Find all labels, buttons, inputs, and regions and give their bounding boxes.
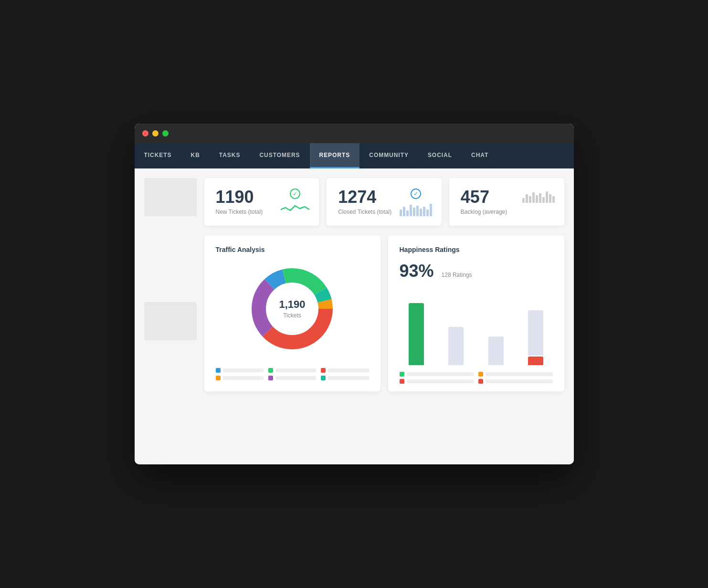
traffic-light-green[interactable]	[162, 130, 169, 136]
bg-bar-3	[529, 196, 531, 203]
happiness-percent: 93%	[400, 261, 434, 281]
main-content: 1190 New Tickets (total) ✓ 1274	[135, 168, 574, 464]
mini-bar-1	[400, 210, 402, 216]
bar-gray-1	[448, 327, 464, 365]
h-legend-yellow	[478, 372, 553, 377]
legend-line-3	[328, 368, 369, 372]
stats-row: 1190 New Tickets (total) ✓ 1274	[204, 178, 564, 226]
legend-item-yellow	[216, 376, 264, 380]
mini-bar-5	[413, 208, 415, 216]
traffic-analysis-title: Traffic Analysis	[216, 246, 369, 253]
bar-red-small	[528, 357, 543, 365]
sparkline-svg	[281, 202, 309, 213]
bg-bar-2	[526, 194, 528, 203]
nav-community[interactable]: COMMUNITY	[359, 143, 418, 168]
legend-dot-red	[321, 368, 326, 373]
sidebar-box-2	[144, 302, 197, 340]
bg-bar-7	[542, 197, 545, 203]
nav-reports[interactable]: REPORTS	[310, 143, 360, 168]
mini-bar-7	[420, 209, 422, 216]
legend-item-teal	[321, 376, 369, 380]
donut-label: Tickets	[283, 312, 301, 319]
nav-bar: TICKETS KB TASKS CUSTOMERS REPORTS COMMU…	[135, 143, 574, 168]
mini-bar-2	[403, 207, 405, 216]
happiness-legend	[400, 372, 553, 384]
legend-line-2	[275, 368, 316, 372]
happiness-count: 128 Ratings	[442, 272, 472, 278]
h-line-1	[407, 372, 474, 376]
charts-row: Traffic Analysis	[204, 235, 564, 391]
nav-kb[interactable]: KB	[181, 143, 210, 168]
bg-bar-4	[532, 192, 535, 203]
legend-line-1	[223, 368, 264, 372]
legend-item-blue	[216, 368, 264, 373]
bar-gray-2	[488, 336, 504, 365]
check-green-icon: ✓	[290, 189, 300, 199]
traffic-light-red[interactable]	[142, 130, 148, 136]
legend-dot-purple	[268, 376, 273, 380]
donut-container: 1,190 Tickets	[216, 261, 369, 380]
bar-group-1	[400, 289, 433, 365]
main-panel: 1190 New Tickets (total) ✓ 1274	[197, 178, 564, 391]
traffic-light-yellow[interactable]	[152, 130, 159, 136]
stat-card-new-tickets: 1190 New Tickets (total) ✓	[204, 178, 319, 226]
backlog-mini-bars	[522, 189, 555, 203]
mini-bar-6	[416, 206, 419, 216]
legend-line-6	[328, 376, 369, 380]
mini-bar-9	[426, 210, 429, 216]
legend-dot-yellow	[216, 376, 221, 380]
closed-tickets-icon-area: ✓	[400, 189, 432, 216]
legend-item-purple	[268, 376, 316, 380]
h-dot-red-1	[400, 379, 404, 384]
nav-customers[interactable]: CUSTOMERS	[250, 143, 309, 168]
happiness-title: Happiness Ratings	[400, 246, 553, 253]
h-dot-yellow	[478, 372, 483, 377]
donut-wrapper: 1,190 Tickets	[244, 261, 340, 357]
traffic-analysis-card: Traffic Analysis	[204, 235, 380, 391]
nav-tickets[interactable]: TICKETS	[135, 143, 181, 168]
mini-bar-4	[410, 205, 412, 216]
check-blue-icon: ✓	[411, 189, 421, 199]
bar-gray-3	[528, 310, 543, 356]
legend-line-4	[223, 376, 264, 380]
nav-chat[interactable]: CHAT	[462, 143, 498, 168]
bg-bar-9	[549, 194, 551, 203]
bar-group-2	[439, 289, 473, 365]
legend-dot-green	[268, 368, 273, 373]
mini-bar-chart	[400, 202, 432, 216]
sidebar	[144, 178, 197, 391]
h-line-4	[486, 379, 553, 383]
legend-item-green	[268, 368, 316, 373]
stat-card-closed-tickets: 1274 Closed Tickets (total) ✓	[327, 178, 442, 226]
h-dot-red-2	[478, 379, 483, 384]
h-legend-red-2	[478, 379, 553, 384]
stat-card-backlog: 457 Backlog (average)	[449, 178, 564, 226]
h-legend-red-1	[400, 379, 474, 384]
legend-item-red	[321, 368, 369, 373]
bar-group-3	[479, 289, 513, 365]
legend-grid	[216, 368, 369, 380]
nav-social[interactable]: SOCIAL	[418, 143, 462, 168]
legend-dot-teal	[321, 376, 326, 380]
bg-bar-8	[546, 191, 548, 203]
bg-bar-5	[536, 195, 538, 203]
h-legend-green	[400, 372, 474, 377]
title-bar	[135, 124, 574, 143]
bar-green-tall	[409, 303, 424, 365]
mini-bar-10	[430, 204, 432, 216]
mini-bar-3	[406, 210, 409, 216]
bg-bar-10	[552, 196, 555, 203]
mini-bar-8	[423, 207, 425, 216]
backlog-label: Backlog (average)	[461, 209, 553, 215]
new-tickets-icon-area: ✓	[281, 189, 309, 213]
backlog-icon-area	[522, 189, 555, 203]
h-line-2	[486, 372, 553, 376]
h-line-3	[407, 379, 474, 383]
happiness-bar-chart	[400, 289, 553, 365]
browser-window: TICKETS KB TASKS CUSTOMERS REPORTS COMMU…	[135, 124, 574, 464]
bg-bar-1	[522, 198, 525, 203]
nav-tasks[interactable]: TASKS	[210, 143, 250, 168]
h-dot-green	[400, 372, 404, 377]
sidebar-box-1	[144, 178, 197, 216]
legend-line-5	[275, 376, 316, 380]
